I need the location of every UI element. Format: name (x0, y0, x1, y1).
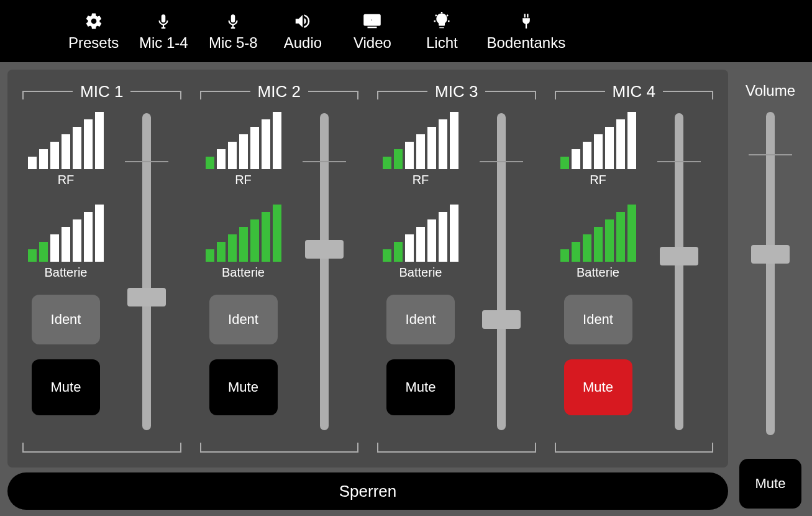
level-bar (250, 219, 259, 262)
level-bar (239, 134, 248, 169)
level-bar (405, 234, 414, 262)
level-bar (572, 242, 580, 262)
volume-slider-container (749, 112, 792, 459)
nav-label: Licht (426, 34, 458, 52)
level-bar (95, 205, 104, 262)
battery-label: Batterie (399, 265, 442, 280)
level-bar (427, 127, 436, 169)
mute-button[interactable]: Mute (386, 359, 455, 415)
channel-title: MIC 3 (435, 82, 478, 101)
gear-icon (84, 11, 103, 32)
battery-level-meter (383, 206, 458, 262)
level-bar (405, 142, 414, 169)
bracket-line (130, 91, 181, 92)
level-bar (262, 212, 270, 262)
rf-level-meter (560, 113, 636, 169)
level-bar (450, 112, 458, 169)
level-bar (217, 149, 226, 169)
level-bar (560, 157, 569, 169)
nav-item-mic-5-8[interactable]: Mic 5-8 (208, 11, 258, 52)
nav-item-licht[interactable]: Licht (417, 11, 467, 52)
channel-controls: RFBatterieIdentMute (555, 113, 642, 436)
channel-header: MIC 3 (377, 82, 536, 101)
rf-label: RF (590, 173, 606, 187)
level-bar (39, 149, 48, 169)
bracket-line (663, 91, 713, 92)
nav-item-video[interactable]: Video (347, 11, 397, 52)
nav-item-audio[interactable]: Audio (278, 11, 327, 52)
main-area: MIC 1RFBatterieIdentMuteMIC 2RFBatterieI… (0, 62, 812, 516)
slider-thumb[interactable] (127, 288, 166, 306)
ident-button[interactable]: Ident (32, 295, 100, 344)
level-bar (262, 119, 270, 169)
channel-title: MIC 1 (80, 82, 123, 101)
level-bar (605, 219, 614, 262)
channel-controls: RFBatterieIdentMute (200, 113, 287, 436)
bracket-line (200, 91, 250, 92)
slider-thumb[interactable] (305, 240, 344, 259)
level-bar (250, 127, 259, 169)
slider-thumb[interactable] (660, 247, 698, 265)
lock-button[interactable]: Sperren (7, 472, 728, 510)
bracket-line (485, 91, 536, 92)
nav-label: Video (354, 34, 391, 52)
mic-slider[interactable] (480, 113, 523, 430)
nav-label: Mic 1-4 (139, 34, 188, 52)
bracket-line (308, 91, 358, 92)
mic-slider[interactable] (657, 113, 701, 430)
slider-thumb[interactable] (751, 245, 790, 264)
mics-panel: MIC 1RFBatterieIdentMuteMIC 2RFBatterieI… (7, 70, 728, 468)
level-bar (427, 219, 436, 262)
level-bar (594, 227, 603, 262)
channel-slider-area (654, 113, 704, 436)
volume-title: Volume (746, 82, 795, 99)
volume-mute-button[interactable]: Mute (739, 459, 801, 509)
rf-level-meter (28, 113, 104, 169)
battery-block: Batterie (28, 206, 104, 280)
level-bar (439, 212, 447, 262)
bracket-bottom (22, 443, 181, 453)
channel-body: RFBatterieIdentMute (555, 113, 714, 436)
nav-label: Presets (68, 34, 119, 52)
ident-button[interactable]: Ident (386, 295, 455, 344)
mute-button[interactable]: Mute (564, 359, 632, 415)
level-bar (594, 134, 603, 169)
battery-block: Batterie (383, 206, 458, 280)
level-bar (217, 242, 226, 262)
ident-button[interactable]: Ident (564, 295, 632, 344)
channel-title: MIC 4 (613, 82, 655, 101)
mic-slider[interactable] (125, 113, 168, 430)
rf-label: RF (58, 173, 75, 187)
mute-button[interactable]: Mute (209, 359, 278, 415)
nav-item-presets[interactable]: Presets (68, 11, 119, 52)
video-icon (362, 11, 383, 32)
rf-level-meter (383, 113, 458, 169)
level-bar (416, 227, 425, 262)
ident-button[interactable]: Ident (209, 295, 278, 344)
volume-slider[interactable] (749, 112, 792, 435)
channel-body: RFBatterieIdentMute (200, 113, 359, 436)
level-bar (583, 234, 591, 262)
level-bar (62, 227, 70, 262)
slider-track (766, 112, 775, 435)
level-bar (383, 157, 391, 169)
battery-level-meter (206, 206, 281, 262)
channel-header: MIC 1 (22, 82, 181, 101)
level-bar (627, 205, 636, 262)
nav-item-bodentanks[interactable]: Bodentanks (486, 11, 565, 52)
mic-slider[interactable] (303, 113, 346, 430)
level-bar (616, 119, 625, 169)
channel-slider-area (122, 113, 171, 436)
nav-item-mic-1-4[interactable]: Mic 1-4 (139, 11, 188, 52)
nav-label: Mic 5-8 (209, 34, 258, 52)
level-bar (394, 149, 403, 169)
mute-button[interactable]: Mute (32, 359, 100, 415)
slider-thumb[interactable] (482, 310, 521, 329)
level-bar (383, 249, 391, 262)
plug-icon (518, 11, 535, 32)
level-bar (84, 212, 93, 262)
level-bar (239, 227, 248, 262)
mic-icon (155, 11, 171, 32)
level-bar (583, 142, 591, 169)
battery-block: Batterie (206, 206, 281, 280)
